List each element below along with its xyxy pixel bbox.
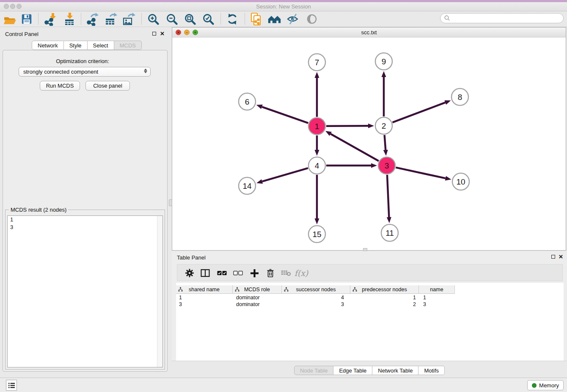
export-network-button[interactable] — [85, 12, 100, 26]
graph-edge-1-2[interactable] — [326, 126, 368, 126]
cell-successor-nodes[interactable]: 3 — [282, 301, 350, 308]
table-toolbar: f(x) — [177, 264, 563, 281]
function-builder-button-disabled: f(x) — [294, 266, 308, 280]
tab-select[interactable]: Select — [88, 41, 114, 50]
cell-shared-name[interactable]: 3 — [176, 301, 233, 308]
zoom-selected-button[interactable] — [201, 12, 216, 26]
tab-network[interactable]: Network — [32, 41, 64, 50]
import-table-button[interactable] — [62, 12, 77, 26]
status-bar: Memory — [0, 378, 567, 392]
result-scrollbar[interactable] — [157, 216, 162, 367]
import-table-icon — [63, 12, 77, 26]
new-network-from-selection-button[interactable] — [248, 12, 264, 26]
list-icon — [8, 382, 15, 389]
open-file-button[interactable] — [2, 12, 17, 26]
trash-icon — [266, 268, 275, 278]
graph-arrowhead — [325, 131, 332, 136]
graph-node-label: 4 — [315, 161, 319, 170]
select-all-button[interactable] — [215, 266, 229, 280]
horizontal-splitter-handle[interactable] — [363, 248, 367, 251]
show-all-button[interactable] — [304, 12, 319, 26]
graph-node-label: 8 — [458, 93, 462, 102]
save-session-button[interactable] — [19, 12, 34, 26]
hide-selected-button[interactable] — [285, 12, 300, 26]
tab-style[interactable]: Style — [64, 41, 88, 50]
table-row[interactable]: 3 dominator 3 2 3 — [176, 301, 455, 308]
table-options-button[interactable] — [182, 266, 197, 280]
mcds-result-list[interactable]: 1 3 — [7, 215, 163, 367]
cell-name[interactable]: 1 — [419, 294, 455, 301]
graph-node-label: 11 — [385, 229, 394, 237]
zoom-fit-button[interactable] — [182, 12, 198, 26]
graph-edge-3-11[interactable] — [387, 175, 389, 217]
network-view-window: ✕ − + scc.txt 7968124314101511 — [172, 27, 566, 251]
column-header-mcds-role[interactable]: MCDS role — [233, 285, 282, 294]
graph-arrowhead — [315, 218, 319, 224]
eye-slash-icon — [286, 13, 299, 25]
application-window: Session: New Session — [0, 0, 567, 392]
graph-edge-1-6[interactable] — [262, 107, 308, 123]
cell-successor-nodes[interactable]: 4 — [282, 294, 350, 301]
optimization-criterion-select[interactable]: strongly connected component — [19, 67, 151, 77]
deselect-all-button[interactable] — [231, 266, 245, 280]
delete-table-icon — [281, 270, 291, 276]
toolbar-separator — [220, 13, 221, 25]
graph-arrowhead — [368, 124, 374, 128]
cell-predecessor-nodes[interactable]: 2 — [350, 301, 419, 308]
first-neighbors-button[interactable] — [267, 12, 282, 26]
tab-edge-table[interactable]: Edge Table — [333, 366, 372, 375]
run-mcds-button[interactable]: Run MCDS — [40, 81, 80, 91]
graph-edge-2-8[interactable] — [393, 102, 446, 122]
column-header-name[interactable]: name — [419, 285, 455, 294]
cell-predecessor-nodes[interactable]: 1 — [350, 294, 419, 301]
search-input[interactable] — [451, 15, 563, 22]
tab-network-table[interactable]: Network Table — [372, 366, 418, 375]
column-header-shared-name[interactable]: shared name — [176, 285, 233, 294]
network-window-titlebar[interactable]: ✕ − + scc.txt — [172, 28, 566, 38]
tab-mcds[interactable]: MCDS — [114, 41, 142, 50]
export-image-button[interactable] — [121, 12, 137, 26]
task-history-button[interactable] — [6, 380, 17, 391]
mcds-result-item: 3 — [8, 224, 162, 231]
column-header-successor-nodes[interactable]: successor nodes — [282, 285, 350, 294]
cell-mcds-role[interactable]: dominator — [233, 294, 282, 301]
checked-boxes-icon — [217, 270, 227, 276]
close-panel-button[interactable]: Close panel — [85, 81, 130, 91]
graph-edge-3-1[interactable] — [330, 134, 379, 161]
graph-edge-3-10[interactable] — [396, 168, 445, 178]
export-table-button[interactable] — [103, 12, 118, 26]
cell-shared-name[interactable]: 1 — [176, 294, 233, 301]
show-column-panel-button[interactable] — [198, 266, 212, 280]
column-type-icon — [284, 287, 289, 292]
zoom-in-button[interactable] — [146, 12, 161, 26]
network-document-icon — [250, 12, 262, 26]
toolbar-separator — [141, 13, 142, 25]
zoom-out-button[interactable] — [164, 12, 179, 26]
export-image-icon — [122, 12, 136, 26]
network-graph[interactable]: 7968124314101511 — [172, 38, 566, 250]
graph-node-label: 6 — [245, 97, 250, 106]
network-canvas[interactable]: 7968124314101511 — [172, 38, 566, 250]
column-label: MCDS role — [244, 287, 270, 293]
search-field[interactable] — [440, 13, 564, 23]
control-panel-close-icon[interactable]: ✕ — [160, 31, 165, 36]
apply-layout-button[interactable] — [225, 12, 240, 26]
eye-disabled-icon — [306, 13, 318, 25]
delete-column-button[interactable] — [263, 266, 278, 280]
memory-button[interactable]: Memory — [527, 380, 564, 390]
cell-mcds-role[interactable]: dominator — [233, 301, 282, 308]
import-network-button[interactable] — [42, 12, 58, 26]
graph-edge-4-14[interactable] — [262, 168, 308, 182]
tab-node-table[interactable]: Node Table — [294, 366, 334, 375]
control-panel-float-icon[interactable] — [152, 32, 156, 36]
graph-arrowhead — [444, 100, 451, 105]
cell-name[interactable]: 3 — [419, 301, 455, 308]
table-panel-close-icon[interactable]: ✕ — [559, 254, 563, 259]
tab-motifs[interactable]: Motifs — [418, 366, 445, 375]
column-header-predecessor-nodes[interactable]: predecessor nodes — [350, 285, 419, 294]
zoom-fit-icon — [184, 13, 196, 25]
table-panel-float-icon[interactable] — [551, 255, 555, 259]
table-row[interactable]: 1 dominator 4 1 1 — [176, 294, 455, 301]
create-column-button[interactable] — [247, 266, 261, 280]
graph-edge-2-3[interactable] — [385, 135, 386, 150]
